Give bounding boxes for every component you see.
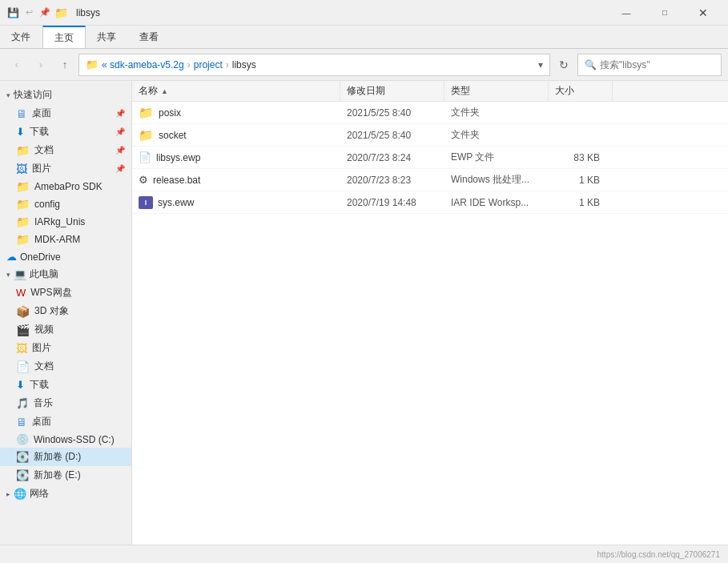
- file-area: 名称 ▲ 修改日期 类型 大小 📁 posix 2021/5/25 8:40 文…: [132, 81, 728, 545]
- quick-access-chevron: ▾: [6, 91, 10, 99]
- sidebar-item-download-2[interactable]: ⬇ 下载: [0, 376, 131, 394]
- sidebar-item-pics-1[interactable]: 🖼 图片 📌: [0, 159, 131, 178]
- tab-file[interactable]: 文件: [0, 26, 42, 48]
- status-bar: https://blog.csdn.net/qq_27006271: [0, 545, 728, 563]
- eww-type: IAR IDE Worksp...: [444, 197, 549, 208]
- sidebar-item-desktop-2[interactable]: 🖥 桌面: [0, 412, 131, 431]
- iarkg-folder-icon: 📁: [16, 215, 30, 228]
- sidebar-item-ameba[interactable]: 📁 AmebaPro SDK: [0, 178, 131, 195]
- wps-icon: W: [16, 287, 26, 299]
- sidebar-item-3d[interactable]: 📦 3D 对象: [0, 302, 131, 320]
- forward-button[interactable]: ›: [30, 54, 51, 75]
- tab-home[interactable]: 主页: [42, 26, 86, 48]
- breadcrumb-sdk[interactable]: « sdk-ameba-v5.2g: [102, 59, 184, 70]
- file-row-socket[interactable]: 📁 socket 2021/5/25 8:40 文件夹: [132, 124, 728, 147]
- up-button[interactable]: ↑: [54, 54, 75, 75]
- sidebar-item-config[interactable]: 📁 config: [0, 195, 131, 213]
- col-header-type[interactable]: 类型: [444, 81, 549, 101]
- file-row-posix[interactable]: 📁 posix 2021/5/25 8:40 文件夹: [132, 102, 728, 124]
- breadcrumb-current: libsys: [232, 59, 256, 70]
- refresh-button[interactable]: ↻: [553, 54, 574, 75]
- download-2-icon: ⬇: [16, 379, 25, 391]
- file-row-ewp[interactable]: 📄 libsys.ewp 2020/7/23 8:24 EWP 文件 83 KB: [132, 147, 728, 169]
- sidebar: ▾ 快速访问 🖥 桌面 📌 ⬇ 下载 📌 📁 文档 📌 🖼 图片 📌 📁 Ame…: [0, 81, 132, 545]
- file-row-bat[interactable]: ⚙ release.bat 2020/7/23 8:23 Windows 批处理…: [132, 169, 728, 191]
- sidebar-this-pc[interactable]: ▾ 💻 此电脑: [0, 265, 131, 284]
- posix-date: 2021/5/25 8:40: [340, 107, 444, 119]
- posix-folder-icon: 📁: [139, 106, 154, 120]
- col-header-name[interactable]: 名称 ▲: [132, 81, 340, 101]
- sidebar-item-desktop-1[interactable]: 🖥 桌面 📌: [0, 104, 131, 123]
- sidebar-item-download-1[interactable]: ⬇ 下载 📌: [0, 123, 131, 141]
- col-size-label: 大小: [555, 84, 574, 98]
- pics-folder-icon: 🖼: [16, 163, 27, 175]
- posix-type: 文件夹: [444, 106, 549, 119]
- bat-date: 2020/7/23 8:23: [340, 175, 444, 186]
- title-bar-controls[interactable]: — □ ✕: [608, 0, 722, 26]
- sidebar-label-drive-e: 新加卷 (E:): [34, 468, 81, 482]
- music-icon: 🎵: [16, 397, 29, 409]
- breadcrumb-project[interactable]: project: [194, 59, 223, 70]
- sidebar-item-mdk[interactable]: 📁 MDK-ARM: [0, 231, 131, 248]
- sidebar-item-drive-c[interactable]: 💿 Windows-SSD (C:): [0, 431, 131, 448]
- back-button[interactable]: ‹: [6, 54, 27, 75]
- sidebar-label-3d: 3D 对象: [34, 304, 69, 318]
- drive-c-icon: 💿: [16, 433, 29, 445]
- desktop-folder-icon: 🖥: [16, 107, 27, 120]
- breadcrumb[interactable]: 📁 « sdk-ameba-v5.2g › project › libsys ▾: [78, 54, 550, 76]
- search-input[interactable]: [600, 59, 720, 70]
- sidebar-item-drive-d[interactable]: 💽 新加卷 (D:): [0, 448, 131, 466]
- sidebar-item-pics-2[interactable]: 🖼 图片: [0, 339, 131, 357]
- title-pin-icon: 📌: [38, 6, 51, 19]
- this-pc-label: 此电脑: [30, 267, 58, 281]
- config-folder-icon: 📁: [16, 198, 30, 211]
- sidebar-item-music[interactable]: 🎵 音乐: [0, 394, 131, 412]
- drive-d-icon: 💽: [16, 451, 29, 463]
- sidebar-onedrive[interactable]: ☁ OneDrive: [0, 248, 131, 265]
- pin-icon-desktop: 📌: [115, 109, 125, 118]
- sidebar-label-config: config: [34, 199, 60, 210]
- sidebar-item-docs-1[interactable]: 📁 文档 📌: [0, 141, 131, 159]
- search-box[interactable]: 🔍: [577, 54, 722, 76]
- breadcrumb-sep-2: ›: [226, 59, 229, 70]
- ribbon-tabs: 文件 主页 共享 查看: [0, 26, 728, 48]
- bat-name: release.bat: [153, 175, 200, 186]
- close-button[interactable]: ✕: [685, 0, 722, 26]
- desktop-2-icon: 🖥: [16, 416, 27, 428]
- breadcrumb-dropdown-icon[interactable]: ▾: [538, 59, 543, 70]
- pin-icon-download: 📌: [115, 127, 125, 136]
- sidebar-item-iarkg[interactable]: 📁 IARkg_Unis: [0, 213, 131, 231]
- eww-size: 1 KB: [549, 197, 613, 208]
- ribbon: 文件 主页 共享 查看: [0, 26, 728, 49]
- file-row-eww[interactable]: I sys.eww 2020/7/19 14:48 IAR IDE Worksp…: [132, 191, 728, 214]
- sidebar-label-pics-2: 图片: [32, 341, 51, 355]
- tab-share[interactable]: 共享: [86, 26, 128, 48]
- breadcrumb-folder-icon: 📁: [86, 58, 99, 70]
- minimize-button[interactable]: —: [608, 0, 645, 26]
- sidebar-item-video[interactable]: 🎬 视频: [0, 320, 131, 339]
- sidebar-item-docs-2[interactable]: 📄 文档: [0, 357, 131, 376]
- socket-folder-icon: 📁: [139, 128, 154, 143]
- address-bar: ‹ › ↑ 📁 « sdk-ameba-v5.2g › project › li…: [0, 49, 728, 81]
- network-chevron: ▸: [6, 490, 10, 498]
- pin-icon-pics: 📌: [115, 164, 125, 173]
- sidebar-item-drive-e[interactable]: 💽 新加卷 (E:): [0, 466, 131, 485]
- ameba-folder-icon: 📁: [16, 180, 30, 193]
- maximize-button[interactable]: □: [646, 0, 683, 26]
- sidebar-label-desktop-2: 桌面: [32, 415, 51, 428]
- mdk-folder-icon: 📁: [16, 233, 30, 246]
- socket-type: 文件夹: [444, 128, 549, 142]
- video-folder-icon: 🎬: [16, 324, 30, 336]
- search-icon: 🔍: [585, 59, 597, 70]
- sidebar-label-ameba: AmebaPro SDK: [34, 181, 103, 192]
- sidebar-section-quick-access[interactable]: ▾ 快速访问: [0, 86, 131, 104]
- quick-access-label: 快速访问: [14, 88, 52, 102]
- col-header-size[interactable]: 大小: [549, 81, 613, 101]
- sidebar-item-wps[interactable]: W WPS网盘: [0, 284, 131, 302]
- title-undo-icon: ↩: [22, 6, 35, 19]
- sidebar-network[interactable]: ▸ 🌐 网络: [0, 485, 131, 503]
- title-text: libsys: [76, 7, 100, 18]
- sidebar-label-music: 音乐: [34, 396, 53, 410]
- tab-view[interactable]: 查看: [128, 26, 171, 48]
- col-header-date[interactable]: 修改日期: [340, 81, 444, 101]
